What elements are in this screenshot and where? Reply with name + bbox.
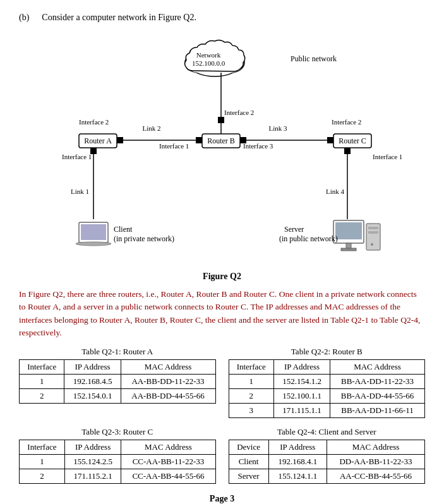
svg-rect-9: [81, 224, 106, 240]
network-diagram: Network 152.100.0.0 Public network Inter…: [19, 33, 425, 267]
interface2-rc-label: Interface 2: [332, 118, 361, 126]
table-row: 1 152.154.1.2 BB-AA-DD-11-22-33: [229, 375, 425, 389]
table1-row1-interface: 1: [20, 375, 64, 389]
connector-ra-bottom: [90, 148, 97, 154]
link2-label: Link 2: [142, 124, 160, 132]
page-number: Page 3: [19, 494, 425, 504]
table4-row2-ip: 155.124.1.1: [268, 469, 327, 484]
table-row: Client 192.168.4.1 DD-AA-BB-11-22-33: [229, 455, 425, 469]
table-router-a: Table Q2-1: Router A Interface IP Addres…: [19, 347, 216, 418]
router-c-label: Router C: [339, 136, 366, 145]
link1-label: Link 1: [71, 188, 89, 195]
table4-row1-device: Client: [229, 455, 268, 469]
question-label: (b): [19, 13, 29, 23]
connector-cloud-rb: [218, 117, 224, 123]
svg-rect-14: [346, 243, 351, 248]
table-router-c: Table Q2-3: Router C Interface IP Addres…: [19, 427, 216, 484]
table2-row1-mac: BB-AA-DD-11-22-33: [330, 375, 425, 389]
table4-row2-mac: AA-CC-BB-44-55-66: [327, 469, 425, 484]
table3-header-mac: MAC Address: [121, 440, 215, 455]
table2-header-ip: IP Address: [273, 360, 330, 375]
table2-row2-ip: 152.100.1.1: [273, 389, 330, 404]
table-row: 2 171.115.2.1 CC-AA-BB-44-55-66: [20, 469, 216, 484]
client-sublabel: (in private network): [114, 234, 174, 243]
svg-point-19: [371, 243, 373, 246]
interface2-cloud-label: Interface 2: [224, 109, 254, 116]
table-row: 1 155.124.2.5 CC-AA-BB-11-22-33: [20, 455, 216, 469]
table2-row1-interface: 1: [229, 375, 273, 389]
server-sublabel: (in public network): [279, 234, 338, 243]
table4-row1-ip: 192.168.4.1: [268, 455, 327, 469]
table4: Device IP Address MAC Address Client 192…: [229, 440, 426, 484]
interface2-ra-label: Interface 2: [79, 118, 109, 126]
table4-header-device: Device: [229, 440, 268, 455]
table1-header-interface: Interface: [20, 360, 64, 375]
table3-row2-mac: CC-AA-BB-44-55-66: [121, 469, 215, 484]
table3-header-interface: Interface: [20, 440, 65, 455]
connector-ra-right: [117, 137, 123, 143]
public-network-label: Public network: [291, 54, 337, 63]
table1-title: Table Q2-1: Router A: [19, 347, 216, 357]
table1-row1-ip: 192.168.4.5: [64, 375, 121, 389]
table2-row2-mac: BB-AA-DD-44-55-66: [330, 389, 425, 404]
table-row: 3 171.115.1.1 BB-AA-DD-11-66-11: [229, 404, 425, 418]
client-label: Client: [114, 225, 133, 234]
svg-rect-17: [368, 227, 378, 229]
table-row: Server 155.124.1.1 AA-CC-BB-44-55-66: [229, 469, 425, 484]
table4-header-ip: IP Address: [268, 440, 327, 455]
router-a-label: Router A: [84, 136, 112, 145]
table-row: 1 192.168.4.5 AA-BB-DD-11-22-33: [20, 375, 216, 389]
table2-row3-interface: 3: [229, 404, 273, 418]
table3-header-ip: IP Address: [64, 440, 121, 455]
table3-row2-ip: 171.115.2.1: [64, 469, 121, 484]
svg-point-11: [76, 242, 111, 246]
question-header: (b) Consider a computer network in Figur…: [19, 13, 425, 23]
table4-title: Table Q2-4: Client and Server: [229, 427, 426, 437]
table3-row1-mac: CC-AA-BB-11-22-33: [121, 455, 215, 469]
table3-row2-interface: 2: [20, 469, 65, 484]
description-text: In Figure Q2, there are three routers, i…: [19, 288, 425, 339]
table1-row1-mac: AA-BB-DD-11-22-33: [121, 375, 215, 389]
table1-header-row: Interface IP Address MAC Address: [20, 360, 216, 375]
interface1-rb-left-label: Interface 1: [159, 142, 189, 150]
connector-rb-right: [240, 137, 246, 143]
table2-header-mac: MAC Address: [330, 360, 425, 375]
table3-row1-ip: 155.124.2.5: [64, 455, 121, 469]
table3-header-row: Interface IP Address MAC Address: [20, 440, 216, 455]
network-address: 152.100.0.0: [192, 59, 225, 67]
connector-rc-left: [327, 137, 333, 143]
table1-row2-mac: AA-BB-DD-44-55-66: [121, 389, 215, 404]
table4-row1-mac: DD-AA-BB-11-22-33: [327, 455, 425, 469]
table2-row2-interface: 2: [229, 389, 273, 404]
network-cloud: Network 152.100.0.0: [185, 40, 245, 76]
server-label: Server: [284, 225, 304, 234]
table-row: 2 152.154.0.1 AA-BB-DD-44-55-66: [20, 389, 216, 404]
table2-row1-ip: 152.154.1.2: [273, 375, 330, 389]
diagram-svg: Network 152.100.0.0 Public network Inter…: [19, 33, 425, 267]
table2-title: Table Q2-2: Router B: [229, 347, 426, 357]
table3-row1-interface: 1: [20, 455, 65, 469]
tables-section: Table Q2-1: Router A Interface IP Addres…: [19, 347, 425, 484]
router-b-label: Router B: [207, 136, 235, 145]
table2-row3-ip: 171.115.1.1: [273, 404, 330, 418]
interface1-ra-label: Interface 1: [62, 153, 92, 160]
table2-header-row: Interface IP Address MAC Address: [229, 360, 425, 375]
figure-caption: Figure Q2: [19, 272, 425, 282]
table3-title: Table Q2-3: Router C: [19, 427, 216, 437]
question-text: Consider a computer network in Figure Q2…: [42, 13, 196, 23]
svg-rect-15: [341, 248, 356, 251]
network-label: Network: [196, 51, 221, 59]
link4-label: Link 4: [326, 188, 345, 195]
svg-rect-18: [368, 231, 378, 234]
table-client-server: Table Q2-4: Client and Server Device IP …: [229, 427, 426, 484]
table1-row2-interface: 2: [20, 389, 64, 404]
client-icon: [76, 222, 111, 246]
table4-header-row: Device IP Address MAC Address: [229, 440, 425, 455]
table2-row3-mac: BB-AA-DD-11-66-11: [330, 404, 425, 418]
table4-header-mac: MAC Address: [327, 440, 425, 455]
table1-header-ip: IP Address: [64, 360, 121, 375]
connector-rc-bottom: [344, 148, 351, 154]
table1-header-mac: MAC Address: [121, 360, 215, 375]
table3: Interface IP Address MAC Address 1 155.1…: [19, 440, 216, 484]
table2-header-interface: Interface: [229, 360, 273, 375]
